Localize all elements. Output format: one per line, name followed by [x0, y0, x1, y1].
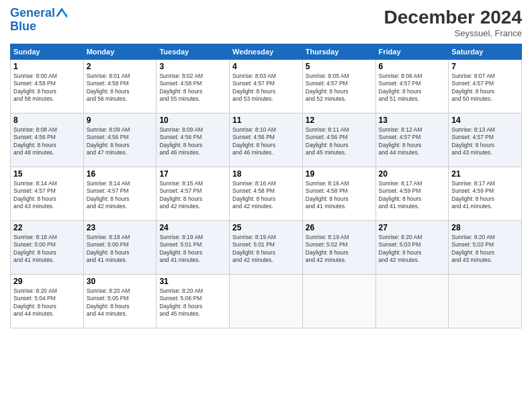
calendar-cell: 16Sunrise: 8:14 AM Sunset: 4:57 PM Dayli… [83, 167, 157, 221]
calendar-cell: 11Sunrise: 8:10 AM Sunset: 4:56 PM Dayli… [230, 113, 303, 167]
page-header: General Blue December 2024 Seyssuel, Fra… [10, 7, 522, 38]
day-number: 30 [87, 277, 154, 286]
title-block: December 2024 Seyssuel, France [384, 7, 522, 38]
col-sunday: Sunday [11, 44, 84, 60]
calendar-cell: 30Sunrise: 8:20 AM Sunset: 5:05 PM Dayli… [83, 275, 157, 328]
col-friday: Friday [375, 44, 449, 60]
day-number: 1 [13, 62, 81, 71]
calendar-cell: 8Sunrise: 8:08 AM Sunset: 4:56 PM Daylig… [11, 113, 84, 167]
day-number: 18 [232, 169, 300, 179]
calendar-cell [230, 275, 303, 328]
calendar-cell: 4Sunrise: 8:03 AM Sunset: 4:57 PM Daylig… [230, 60, 303, 113]
calendar-cell: 1Sunrise: 8:00 AM Sunset: 4:58 PM Daylig… [11, 60, 84, 113]
day-info: Sunrise: 8:11 AM Sunset: 4:56 PM Dayligh… [306, 126, 373, 157]
day-number: 13 [379, 116, 446, 125]
day-number: 21 [451, 169, 519, 179]
day-number: 3 [159, 62, 226, 71]
calendar-cell: 18Sunrise: 8:16 AM Sunset: 4:58 PM Dayli… [230, 167, 303, 221]
calendar-header-row: Sunday Monday Tuesday Wednesday Thursday… [11, 44, 522, 60]
calendar-cell: 24Sunrise: 8:19 AM Sunset: 5:01 PM Dayli… [157, 221, 230, 275]
day-number: 20 [379, 169, 446, 179]
calendar-cell: 10Sunrise: 8:09 AM Sunset: 4:56 PM Dayli… [157, 113, 230, 167]
day-number: 5 [306, 62, 373, 71]
day-number: 10 [159, 116, 226, 125]
day-number: 2 [87, 62, 154, 71]
calendar-cell: 31Sunrise: 8:20 AM Sunset: 5:06 PM Dayli… [157, 275, 230, 328]
day-info: Sunrise: 8:20 AM Sunset: 5:04 PM Dayligh… [13, 287, 81, 318]
calendar-cell: 23Sunrise: 8:18 AM Sunset: 5:00 PM Dayli… [83, 221, 157, 275]
calendar-week-row: 1Sunrise: 8:00 AM Sunset: 4:58 PM Daylig… [11, 60, 522, 113]
location: Seyssuel, France [384, 28, 522, 38]
day-number: 29 [13, 277, 81, 286]
day-number: 25 [232, 223, 300, 232]
calendar-cell: 27Sunrise: 8:20 AM Sunset: 5:03 PM Dayli… [375, 221, 449, 275]
logo-text: General [10, 7, 55, 20]
month-title: December 2024 [384, 7, 522, 28]
day-number: 16 [87, 169, 154, 179]
day-info: Sunrise: 8:08 AM Sunset: 4:56 PM Dayligh… [13, 126, 81, 157]
day-info: Sunrise: 8:17 AM Sunset: 4:59 PM Dayligh… [379, 180, 446, 211]
day-number: 12 [306, 116, 373, 125]
day-info: Sunrise: 8:14 AM Sunset: 4:57 PM Dayligh… [13, 180, 81, 211]
day-info: Sunrise: 8:05 AM Sunset: 4:57 PM Dayligh… [306, 73, 373, 103]
day-info: Sunrise: 8:07 AM Sunset: 4:57 PM Dayligh… [451, 73, 519, 103]
day-info: Sunrise: 8:20 AM Sunset: 5:03 PM Dayligh… [379, 234, 446, 265]
calendar-cell: 15Sunrise: 8:14 AM Sunset: 4:57 PM Dayli… [11, 167, 84, 221]
day-info: Sunrise: 8:20 AM Sunset: 5:05 PM Dayligh… [87, 287, 154, 318]
calendar-cell: 21Sunrise: 8:17 AM Sunset: 4:59 PM Dayli… [449, 167, 522, 221]
day-number: 6 [379, 62, 446, 71]
calendar-cell: 25Sunrise: 8:19 AM Sunset: 5:01 PM Dayli… [230, 221, 303, 275]
calendar-cell: 22Sunrise: 8:18 AM Sunset: 5:00 PM Dayli… [11, 221, 84, 275]
day-info: Sunrise: 8:09 AM Sunset: 4:56 PM Dayligh… [87, 126, 154, 157]
day-info: Sunrise: 8:01 AM Sunset: 4:58 PM Dayligh… [87, 73, 154, 103]
day-number: 17 [159, 169, 226, 179]
calendar-cell: 5Sunrise: 8:05 AM Sunset: 4:57 PM Daylig… [302, 60, 375, 113]
day-info: Sunrise: 8:16 AM Sunset: 4:58 PM Dayligh… [306, 180, 373, 211]
calendar-cell: 14Sunrise: 8:13 AM Sunset: 4:57 PM Dayli… [449, 113, 522, 167]
col-saturday: Saturday [449, 44, 522, 60]
calendar-cell: 6Sunrise: 8:06 AM Sunset: 4:57 PM Daylig… [375, 60, 449, 113]
calendar-cell: 7Sunrise: 8:07 AM Sunset: 4:57 PM Daylig… [449, 60, 522, 113]
day-info: Sunrise: 8:16 AM Sunset: 4:58 PM Dayligh… [232, 180, 300, 211]
day-info: Sunrise: 8:14 AM Sunset: 4:57 PM Dayligh… [87, 180, 154, 211]
calendar-cell: 29Sunrise: 8:20 AM Sunset: 5:04 PM Dayli… [11, 275, 84, 328]
calendar-cell [302, 275, 375, 328]
calendar-week-row: 8Sunrise: 8:08 AM Sunset: 4:56 PM Daylig… [11, 113, 522, 167]
calendar-cell: 17Sunrise: 8:15 AM Sunset: 4:57 PM Dayli… [157, 167, 230, 221]
day-number: 7 [451, 62, 519, 71]
day-number: 23 [87, 223, 154, 232]
calendar-body: 1Sunrise: 8:00 AM Sunset: 4:58 PM Daylig… [11, 60, 522, 328]
day-number: 28 [451, 223, 519, 232]
col-monday: Monday [83, 44, 157, 60]
day-info: Sunrise: 8:13 AM Sunset: 4:57 PM Dayligh… [451, 126, 519, 157]
day-number: 24 [159, 223, 226, 232]
day-info: Sunrise: 8:19 AM Sunset: 5:01 PM Dayligh… [159, 234, 226, 265]
day-number: 27 [379, 223, 446, 232]
col-wednesday: Wednesday [230, 44, 303, 60]
day-info: Sunrise: 8:19 AM Sunset: 5:02 PM Dayligh… [306, 234, 373, 265]
day-number: 15 [13, 169, 81, 179]
calendar-week-row: 22Sunrise: 8:18 AM Sunset: 5:00 PM Dayli… [11, 221, 522, 275]
day-number: 8 [13, 116, 81, 125]
day-info: Sunrise: 8:19 AM Sunset: 5:01 PM Dayligh… [232, 234, 300, 265]
logo: General Blue [10, 7, 68, 34]
day-info: Sunrise: 8:09 AM Sunset: 4:56 PM Dayligh… [159, 126, 226, 157]
calendar-cell: 20Sunrise: 8:17 AM Sunset: 4:59 PM Dayli… [375, 167, 449, 221]
day-number: 26 [306, 223, 373, 232]
logo-text-blue: Blue [10, 20, 68, 34]
day-info: Sunrise: 8:03 AM Sunset: 4:57 PM Dayligh… [232, 73, 300, 103]
day-number: 14 [451, 116, 519, 125]
day-number: 4 [232, 62, 300, 71]
calendar-cell: 3Sunrise: 8:02 AM Sunset: 4:58 PM Daylig… [157, 60, 230, 113]
calendar-week-row: 29Sunrise: 8:20 AM Sunset: 5:04 PM Dayli… [11, 275, 522, 328]
calendar-week-row: 15Sunrise: 8:14 AM Sunset: 4:57 PM Dayli… [11, 167, 522, 221]
calendar-cell: 13Sunrise: 8:12 AM Sunset: 4:57 PM Dayli… [375, 113, 449, 167]
calendar-cell: 19Sunrise: 8:16 AM Sunset: 4:58 PM Dayli… [302, 167, 375, 221]
day-info: Sunrise: 8:10 AM Sunset: 4:56 PM Dayligh… [232, 126, 300, 157]
logo-icon [56, 7, 68, 19]
col-tuesday: Tuesday [157, 44, 230, 60]
calendar-cell: 28Sunrise: 8:20 AM Sunset: 5:03 PM Dayli… [449, 221, 522, 275]
page-container: General Blue December 2024 Seyssuel, Fra… [0, 0, 532, 335]
day-info: Sunrise: 8:06 AM Sunset: 4:57 PM Dayligh… [379, 73, 446, 103]
day-number: 22 [13, 223, 81, 232]
